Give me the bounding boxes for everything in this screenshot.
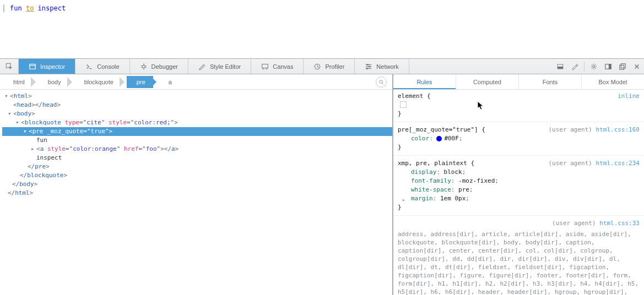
rule-selector[interactable]: element {	[398, 92, 431, 101]
svg-line-9	[140, 67, 142, 67]
crumb-body[interactable]: body	[38, 76, 74, 88]
svg-point-23	[593, 65, 595, 68]
rule-source-inline[interactable]: inline	[618, 92, 640, 100]
tab-profiler[interactable]: Profiler	[304, 59, 355, 74]
tab-debugger-label: Debugger	[151, 63, 178, 70]
twisty-icon[interactable]: ▾	[8, 110, 13, 118]
tab-canvas[interactable]: Canvas	[251, 59, 304, 74]
quote-bar	[3, 4, 4, 12]
word-to-link[interactable]: to	[26, 4, 34, 12]
tree-row[interactable]: ▸<a style="color:orange" href="foo"></a>	[2, 145, 392, 154]
css-declaration[interactable]: font-family: -moz-fixed;	[398, 177, 640, 185]
tab-profiler-label: Profiler	[325, 63, 344, 70]
crumb-html[interactable]: html	[3, 76, 38, 88]
debugger-icon	[140, 63, 148, 70]
tab-network-label: Network	[376, 63, 398, 70]
color-swatch[interactable]	[436, 136, 442, 141]
tree-row[interactable]: </pre>	[2, 162, 392, 171]
css-declaration[interactable]: color: #00F;	[398, 134, 640, 143]
settings-button[interactable]	[587, 59, 601, 74]
svg-point-4	[142, 65, 145, 68]
rule-user-agent-label: (user agent)	[548, 160, 592, 167]
css-declaration[interactable]: ▸margin: 1em 0px;	[398, 194, 640, 203]
svg-rect-22	[558, 64, 563, 67]
tab-inspector[interactable]: Inspector	[19, 59, 75, 74]
dom-search-button[interactable]	[376, 77, 387, 88]
rule-source-link[interactable]: html.css:234	[596, 160, 640, 167]
style-editor-icon	[198, 63, 206, 70]
tab-fonts[interactable]: Fonts	[519, 74, 582, 89]
twisty-icon[interactable]: ▾	[23, 127, 29, 136]
crumb-a[interactable]: a	[159, 76, 180, 88]
twisty-icon[interactable]: ▸	[31, 145, 36, 154]
tab-rules[interactable]: Rules	[393, 74, 456, 89]
svg-rect-25	[609, 64, 611, 69]
tree-row[interactable]: inspect	[2, 154, 392, 162]
rule-source-link[interactable]: html.css:33	[599, 220, 640, 227]
crumb-blockquote[interactable]: blockquote	[74, 76, 127, 88]
tree-row[interactable]: </blockquote>	[2, 171, 392, 180]
popout-button[interactable]	[615, 59, 630, 74]
canvas-icon	[261, 63, 269, 70]
svg-line-14	[317, 67, 319, 68]
svg-rect-27	[621, 63, 625, 68]
tab-box-model[interactable]: Box Model	[582, 74, 644, 89]
tab-console[interactable]: Console	[75, 59, 129, 74]
svg-rect-26	[620, 65, 624, 69]
tree-row[interactable]: </body>	[2, 180, 392, 189]
tree-row[interactable]: </html>	[2, 189, 392, 198]
tree-row[interactable]: ▾<blockquote type="cite" style="color:re…	[2, 118, 392, 127]
word-inspect: inspect	[38, 4, 66, 12]
tab-style-editor-label: Style Editor	[210, 63, 241, 70]
tab-style-editor[interactable]: Style Editor	[188, 59, 251, 74]
responsive-mode-button[interactable]	[567, 59, 582, 74]
rules-tabbar: Rules Computed Fonts Box Model	[393, 74, 644, 90]
dock-side-button[interactable]	[601, 59, 615, 74]
rule-user-agent-label: (user agent)	[552, 220, 596, 227]
rule-selector[interactable]: xmp, pre, plaintext {	[398, 159, 474, 168]
tab-network[interactable]: Network	[355, 59, 409, 74]
pick-icon	[6, 63, 13, 70]
word-fun: fun	[10, 4, 22, 12]
tab-computed[interactable]: Computed	[456, 74, 519, 89]
rule-close-brace: }	[398, 110, 640, 118]
devtools-toolbar: Inspector Console Debugger Style Editor …	[0, 59, 644, 74]
console-icon	[85, 63, 93, 70]
inspector-icon	[29, 63, 36, 70]
svg-rect-20	[366, 68, 369, 69]
page-content: fun to inspect	[0, 0, 644, 59]
rule-selector[interactable]: pre[_moz_quote="true"] {	[398, 125, 485, 134]
tree-row[interactable]: ▾<html>	[2, 92, 392, 101]
breadcrumb-bar: html body blockquote pre a	[0, 74, 392, 90]
tab-debugger[interactable]: Debugger	[130, 59, 188, 74]
tab-console-label: Console	[97, 63, 119, 70]
svg-rect-19	[369, 65, 371, 67]
svg-line-29	[382, 83, 383, 84]
twisty-icon[interactable]: ▾	[4, 92, 10, 101]
twisty-icon[interactable]: ▾	[15, 118, 21, 127]
tree-row[interactable]: ▾<body>	[2, 110, 392, 118]
tree-row[interactable]: <head></head>	[2, 101, 392, 110]
split-console-button[interactable]	[553, 59, 567, 74]
tree-row[interactable]: fun	[2, 136, 392, 145]
svg-point-28	[379, 80, 382, 83]
toolbar-divider	[584, 62, 585, 72]
new-property-input[interactable]	[398, 101, 640, 110]
checkbox[interactable]	[400, 101, 407, 108]
svg-line-10	[145, 67, 147, 67]
css-declaration[interactable]: white-space: pre;	[398, 185, 640, 194]
page-text: fun to inspect	[3, 4, 644, 12]
rules-pane[interactable]: element { inline } pre[_moz_quote="true"…	[393, 90, 644, 295]
rule-source-link[interactable]: html.css:160	[596, 126, 640, 133]
rule-close-brace: }	[398, 143, 640, 152]
expand-twisty-icon[interactable]: ▸	[402, 195, 405, 204]
svg-rect-18	[367, 64, 369, 65]
crumb-pre[interactable]: pre	[127, 76, 159, 88]
tree-row-selected[interactable]: ▾<pre _moz_quote="true">	[2, 127, 392, 136]
pick-element-button[interactable]	[0, 59, 19, 74]
close-button[interactable]	[630, 59, 644, 74]
css-declaration[interactable]: display: block;	[398, 168, 640, 177]
profiler-icon	[313, 63, 321, 70]
rule-selector-long[interactable]: address, address[dir], article, article[…	[393, 228, 644, 295]
dom-tree[interactable]: ▾<html> <head></head> ▾<body> ▾<blockquo…	[0, 90, 392, 295]
